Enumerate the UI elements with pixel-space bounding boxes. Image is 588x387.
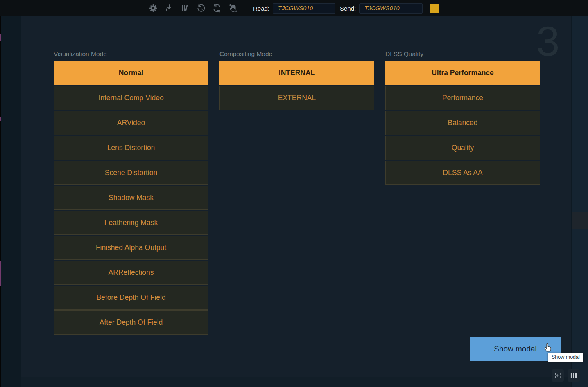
mode-button-balanced[interactable]: Balanced	[385, 111, 540, 135]
library-icon[interactable]	[180, 3, 190, 13]
status-indicator	[430, 4, 439, 13]
fit-view-button[interactable]	[552, 369, 564, 382]
map-button[interactable]	[568, 369, 580, 382]
video-artifact-strip	[0, 0, 1, 387]
hand-gesture-icon[interactable]	[228, 3, 238, 13]
show-modal-tooltip: Show modal	[548, 353, 583, 362]
compositing-mode-column: Compositing Mode INTERNALEXTERNAL	[219, 50, 374, 111]
mode-button-dlss-as-aa[interactable]: DLSS As AA	[385, 161, 540, 185]
scrollbar-thumb[interactable]	[572, 212, 588, 229]
mode-button-internal-comp-video[interactable]: Internal Comp Video	[54, 86, 208, 110]
right-edge-panel	[572, 16, 588, 387]
mode-button-before-depth-of-field[interactable]: Before Depth Of Field	[54, 286, 208, 310]
download-icon[interactable]	[164, 3, 174, 13]
column-title: Visualization Mode	[54, 50, 208, 59]
mode-button-external[interactable]: EXTERNAL	[219, 86, 374, 110]
column-title: DLSS Quality	[385, 50, 540, 59]
mode-button-quality[interactable]: Quality	[385, 136, 540, 160]
mode-button-normal[interactable]: Normal	[54, 61, 208, 85]
mode-button-after-depth-of-field[interactable]: After Depth Of Field	[54, 310, 208, 335]
toolbar-icon-group	[148, 3, 238, 13]
read-field-group: Read:	[253, 0, 335, 16]
settings-icon[interactable]	[148, 3, 158, 13]
mode-button-shadow-mask[interactable]: Shadow Mask	[54, 186, 208, 210]
mode-button-feathering-mask[interactable]: Feathering Mask	[54, 211, 208, 235]
mode-button-performance[interactable]: Performance	[385, 86, 540, 110]
visualization-mode-column: Visualization Mode NormalInternal Comp V…	[54, 50, 208, 335]
mode-button-ultra-performance[interactable]: Ultra Performance	[385, 61, 540, 85]
send-label: Send:	[340, 5, 356, 12]
mode-button-scene-distortion[interactable]: Scene Distortion	[54, 161, 208, 185]
column-title: Compositing Mode	[219, 50, 374, 59]
dlss-quality-column: DLSS Quality Ultra PerformancePerformanc…	[385, 50, 540, 186]
mode-button-finished-alpha-output[interactable]: Finished Alpha Output	[54, 236, 208, 260]
read-label: Read:	[253, 5, 269, 12]
send-field-group: Send:	[340, 0, 423, 16]
mode-button-arreflections[interactable]: ARReflections	[54, 261, 208, 285]
mode-button-lens-distortion[interactable]: Lens Distortion	[54, 136, 208, 160]
send-input[interactable]	[359, 3, 423, 14]
toolbar: Read: Send:	[0, 0, 588, 16]
mode-button-internal[interactable]: INTERNAL	[219, 61, 374, 85]
show-modal-button[interactable]: Show modal	[470, 337, 561, 361]
refresh-icon[interactable]	[212, 3, 222, 13]
mode-button-arvideo[interactable]: ARVideo	[54, 111, 208, 135]
read-input[interactable]	[273, 3, 335, 14]
bottom-strip	[21, 377, 571, 387]
app-window: 3	[0, 0, 588, 387]
history-icon[interactable]	[196, 3, 206, 13]
